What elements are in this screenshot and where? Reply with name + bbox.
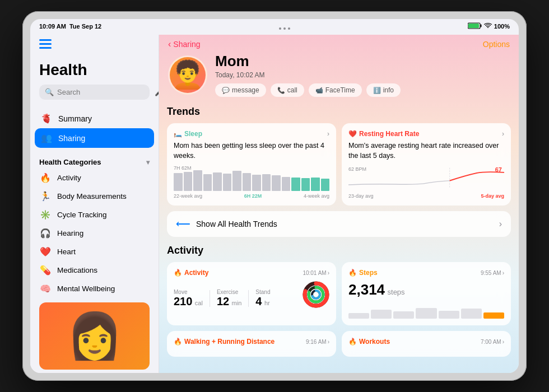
workouts-label: 🔥 Workouts [348,338,390,346]
show-all-chevron-icon: › [499,219,502,229]
steps-bar [348,313,369,319]
back-button[interactable]: ‹ Sharing [168,39,201,49]
sleep-description: Mom has been getting less sleep over the… [174,141,329,161]
bar [223,174,232,191]
steps-fire-icon: 🔥 [348,269,357,277]
info-icon: ℹ️ [373,87,381,94]
category-activity[interactable]: 🔥 Activity [30,169,159,187]
activity-card-label: 🔥 Activity [174,269,208,277]
facetime-button[interactable]: 📹 FaceTime [309,83,362,97]
bar [193,170,202,191]
activity-grid: 🔥 Activity 10:01 AM › [167,262,511,357]
activity-ring [303,281,329,308]
steps-chevron-icon: › [503,270,504,276]
sleep-trend-card[interactable]: 🛏️ Sleep › Mom has been getting less sle… [167,123,336,206]
options-button[interactable]: Options [483,40,510,49]
steps-unit: steps [388,288,405,296]
sidebar-header: Health 🔍 🎤 [30,54,159,104]
category-cycle[interactable]: ✳️ Cycle Tracking [30,206,159,224]
steps-time: 9:55 AM › [481,270,504,276]
move-value: 210 cal [174,295,203,308]
heart-chart: 62 BPM 67 23-day avg [348,165,504,199]
phone-icon: 📞 [277,87,285,94]
stand-value: 4 hr [255,295,270,308]
category-label-cycle: Cycle Tracking [57,211,107,219]
call-button[interactable]: 📞 call [271,83,304,97]
category-label-wellbeing: Mental Wellbeing [57,284,115,293]
avatar: 🧑‍🦱 [168,55,207,95]
heart-chart-labels: 23-day avg 5-day avg [348,193,504,199]
activity-card-header: 🔥 Activity 10:01 AM › [174,269,329,277]
category-heart[interactable]: ❤️ Heart [30,242,159,261]
info-label: info [383,86,394,94]
sleep-card-header: 🛏️ Sleep › [174,130,329,138]
sleep-avg1-label: 22-week avg [174,193,202,199]
show-all-content: ⟵ Show All Health Trends [176,218,277,230]
category-label-hearing: Hearing [57,229,83,237]
trends-grid: 🛏️ Sleep › Mom has been getting less sle… [167,123,511,206]
categories-header: Health Categories ▾ [30,152,159,169]
nav-item-summary[interactable]: 🫀 Summary [35,109,154,128]
sleep-chart-labels: 22-week avg 6H 22M 4-week avg [174,193,329,199]
back-label: Sharing [173,40,200,49]
heart-avg2-label: 5-day avg [481,193,504,199]
steps-bars-chart [348,301,504,319]
heart-card-header: ❤️ Resting Heart Rate › [348,130,504,138]
sidebar-toggle[interactable] [30,35,159,54]
category-wellbeing[interactable]: 🧠 Mental Wellbeing [30,279,159,298]
categories-list: 🔥 Activity 🏃 Body Measurements ✳️ Cycle … [30,169,159,298]
sidebar-photo: 👩 [39,302,150,370]
search-icon: 🔍 [45,88,54,96]
activity-time: 10:01 AM › [303,270,329,276]
info-button[interactable]: ℹ️ info [366,83,401,97]
steps-count: 2,314 [348,281,385,298]
svg-rect-3 [39,39,52,41]
bar [174,173,183,191]
stand-label: Stand [255,289,270,295]
bar [272,175,281,191]
workouts-chevron-icon: › [503,339,504,345]
category-medications[interactable]: 💊 Medications [30,261,159,279]
bar [184,172,193,192]
activity-stats: Move 210 cal Exercise [174,289,270,308]
sleep-avg2-label: 4-week avg [304,193,329,199]
main-header: ‹ Sharing Options [159,35,519,53]
category-hearing[interactable]: 🎧 Hearing [30,224,159,242]
heart-avg2-value: 67 [495,166,502,173]
walking-card[interactable]: 🔥 Walking + Running Distance 9:16 AM › [167,331,336,357]
highlight-bar [321,179,330,191]
search-input[interactable] [57,88,151,96]
activity-card[interactable]: 🔥 Activity 10:01 AM › [167,262,336,325]
walking-chevron-icon: › [328,339,329,345]
show-all-trends-button[interactable]: ⟵ Show All Health Trends › [167,211,511,237]
nav-label-sharing: Sharing [58,134,85,143]
heart-icon: ❤️ [39,246,52,257]
workouts-card[interactable]: 🔥 Workouts 7:00 AM › [342,331,511,357]
walking-icon: 🔥 [174,338,182,346]
fire-icon: 🔥 [174,269,182,277]
heart-trend-card[interactable]: ❤️ Resting Heart Rate › Mom's average re… [342,123,511,206]
nav-item-sharing[interactable]: 👥 Sharing [35,128,154,148]
category-body[interactable]: 🏃 Body Measurements [30,187,159,206]
main-content: ‹ Sharing Options 🧑‍🦱 Mom Today, 10:02 A… [159,35,519,373]
hearing-icon: 🎧 [39,228,52,239]
heart-avg1-label: 23-day avg [348,193,374,199]
highlight-bar [291,178,300,191]
steps-bar [461,309,482,319]
steps-card[interactable]: 🔥 Steps 9:55 AM › 2,314 steps [342,262,511,325]
facetime-label: FaceTime [325,86,355,94]
message-button[interactable]: 💬 message [215,83,266,97]
sharing-icon: 👥 [40,133,53,143]
categories-title: Health Categories [39,158,101,166]
bar [282,177,291,191]
options-label: Options [483,40,510,49]
sleep-chevron-icon: › [327,130,329,138]
bar [213,172,222,191]
sidebar: Health 🔍 🎤 🫀 Summary 👥 Sharing [30,35,159,373]
search-bar[interactable]: 🔍 🎤 [39,85,150,100]
person-photo: 👩 [39,302,150,370]
sleep-icon: 🛏️ [174,130,182,138]
bar [243,173,252,191]
bar [232,171,241,191]
nav-items: 🫀 Summary 👥 Sharing [30,104,159,152]
